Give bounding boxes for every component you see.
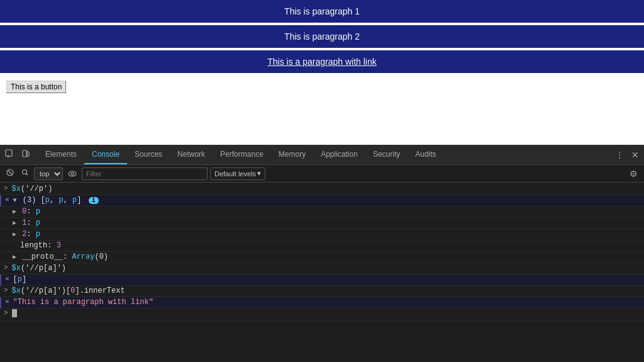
svg-rect-4 (26, 152, 29, 156)
devtools-toolbar: Elements Console Sources Network Perform… (0, 145, 644, 165)
tab-application[interactable]: Application (313, 145, 365, 164)
console-subitem: ▶ __proto__: Array(0) (13, 252, 640, 261)
tab-performance[interactable]: Performance (213, 145, 271, 164)
console-line: ▶ 1: p (0, 218, 644, 229)
console-output-text: ▼ (3) [p, p, p] i (13, 196, 640, 205)
console-line: > $x('//p[a]')[0].innerText (0, 286, 644, 297)
clear-console-icon[interactable] (4, 167, 16, 179)
svg-line-6 (8, 171, 12, 174)
input-prompt: > (4, 184, 8, 192)
console-line: ▶ 0: p (0, 206, 644, 218)
console-input-text: $x('//p[a]') (12, 264, 640, 273)
console-settings-icon[interactable]: ⚙ (627, 167, 640, 180)
console-line: ▶ 2: p (0, 229, 644, 240)
more-options-icon[interactable]: ⋮ (613, 149, 626, 161)
console-line: ▶ __proto__: Array(0) (0, 252, 644, 263)
console-filter-bar: top Default levels ▾ ⚙ (0, 165, 644, 183)
tab-security[interactable]: Security (365, 145, 408, 164)
svg-point-9 (69, 171, 76, 176)
console-line: length: 3 (0, 240, 644, 252)
tab-memory[interactable]: Memory (271, 145, 313, 164)
cursor (12, 309, 17, 317)
console-line: « [p] (0, 274, 644, 286)
paragraph2: This is paragraph 2 (0, 25, 644, 48)
svg-line-8 (26, 174, 28, 176)
console-subitem: ▶ 0: p (13, 207, 640, 216)
filter-bar-right: ⚙ (627, 167, 640, 180)
console-subitem: ▶ 2: p (13, 230, 640, 239)
svg-point-7 (23, 170, 27, 174)
console-output-text: [p] (13, 275, 640, 284)
tab-console[interactable]: Console (84, 145, 127, 164)
tab-network[interactable]: Network (170, 145, 213, 164)
devtools-tabs: Elements Console Sources Network Perform… (38, 145, 613, 164)
console-subitem: ▶ 1: p (13, 218, 640, 227)
info-badge: i (89, 197, 99, 204)
paragraph3-link[interactable]: This is a paragraph with link (0, 50, 644, 73)
console-subitem: length: 3 (13, 241, 640, 250)
output-prompt: « (5, 298, 9, 305)
console-line: « ▼ (3) [p, p, p] i (0, 195, 644, 206)
input-prompt: > (4, 309, 8, 317)
svg-rect-0 (6, 150, 12, 156)
default-levels-button[interactable]: Default levels ▾ (210, 167, 265, 180)
tab-elements[interactable]: Elements (38, 145, 84, 164)
console-input-line[interactable]: > (0, 308, 644, 321)
console-active-input (12, 309, 640, 320)
console-output[interactable]: > $x('//p') « ▼ (3) [p, p, p] i ▶ 0: p ▶ (0, 183, 644, 362)
context-select[interactable]: top (34, 167, 63, 180)
devtools-panel: Elements Console Sources Network Perform… (0, 145, 644, 362)
console-input-text: $x('//p[a]')[0].innerText (12, 286, 640, 295)
page-content: This is paragraph 1 This is paragraph 2 … (0, 0, 644, 145)
page-button[interactable]: This is a button (6, 81, 66, 93)
output-prompt: « (5, 196, 9, 203)
chevron-down-icon: ▾ (257, 169, 261, 178)
close-devtools-icon[interactable]: ✕ (629, 149, 641, 161)
input-prompt: > (4, 286, 8, 294)
devtools-icons-left (3, 148, 33, 161)
filter-input[interactable] (82, 167, 208, 180)
tab-audits[interactable]: Audits (408, 145, 443, 164)
output-prompt: « (5, 275, 9, 283)
device-toolbar-icon[interactable] (19, 148, 33, 161)
tab-sources[interactable]: Sources (127, 145, 170, 164)
eye-icon[interactable] (65, 167, 79, 180)
console-output-text: "This is a paragraph with link" (13, 298, 640, 307)
input-prompt: > (4, 264, 8, 271)
inspect-element-icon[interactable] (3, 148, 16, 161)
console-line: « "This is a paragraph with link" (0, 297, 644, 308)
paragraph1: This is paragraph 1 (0, 0, 644, 23)
svg-point-10 (71, 173, 74, 175)
devtools-toolbar-right: ⋮ ✕ (613, 149, 641, 161)
console-input-text: $x('//p') (12, 184, 640, 193)
console-line: > $x('//p') (0, 184, 644, 195)
filter-icon[interactable] (19, 167, 31, 179)
console-line: > $x('//p[a]') (0, 263, 644, 274)
